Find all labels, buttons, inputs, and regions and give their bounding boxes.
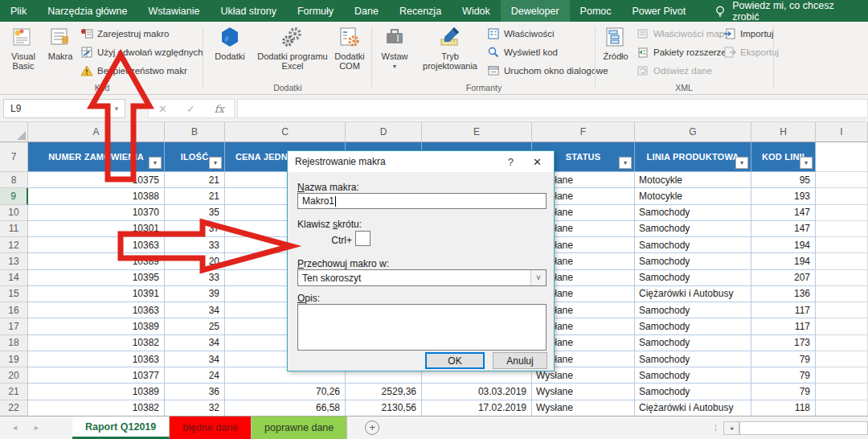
cell-kod[interactable]: 147 — [751, 221, 816, 237]
cell-numer[interactable]: 10375 — [28, 172, 165, 188]
sheet-nav-left-icon[interactable]: ◄ — [11, 424, 18, 432]
cell-kod[interactable]: 117 — [751, 302, 816, 318]
cell-cena[interactable]: 66,58 — [225, 400, 346, 416]
cell-empty[interactable] — [816, 400, 868, 416]
wlasciwosci-button[interactable]: Właściwości — [487, 27, 608, 40]
column-header[interactable]: F — [532, 122, 635, 142]
dodatki-excel-button[interactable]: Dodatki programu Excel — [256, 25, 330, 71]
cell-linia[interactable]: Samochody — [635, 318, 751, 334]
ribbon-tab[interactable]: Widok — [452, 0, 501, 22]
cell-ilosc[interactable]: 37 — [165, 221, 225, 237]
cell-numer[interactable]: 10389 — [28, 384, 165, 400]
cell-empty[interactable] — [816, 188, 868, 204]
cell-empty[interactable] — [816, 221, 868, 237]
cell-kod[interactable]: 147 — [751, 205, 816, 221]
zrodlo-button[interactable]: Źródło — [598, 25, 633, 61]
cell-numer[interactable]: 10382 — [28, 400, 165, 416]
select-all-corner[interactable] — [0, 122, 28, 142]
sheet-tab[interactable]: poprawne dane — [252, 416, 347, 439]
header-ilosc[interactable]: ILOŚĆ ▾ — [165, 142, 225, 172]
cell-linia[interactable]: Ciężarówki i Autobusy — [635, 400, 751, 416]
cell-linia[interactable]: Samochody — [635, 221, 751, 237]
column-header[interactable]: E — [422, 122, 532, 142]
header-kod-linii[interactable]: KOD LINII ▾ — [751, 142, 816, 172]
cell-empty[interactable] — [816, 318, 868, 334]
cell-numer[interactable]: 10363 — [28, 237, 165, 253]
cell-numer[interactable]: 10370 — [28, 205, 165, 221]
column-header[interactable]: B — [165, 122, 225, 142]
cell-linia[interactable]: Samochody — [635, 384, 751, 400]
cell-numer[interactable]: 10363 — [28, 351, 165, 367]
macro-name-input[interactable]: Makro1 — [297, 193, 547, 209]
cell-kod[interactable]: 136 — [751, 286, 816, 302]
cell-ilosc[interactable]: 21 — [165, 188, 225, 204]
makra-button[interactable]: Makra — [43, 25, 77, 61]
dialog-help-button[interactable]: ? — [497, 156, 525, 168]
row-header[interactable]: 20 — [0, 367, 28, 384]
cell-numer[interactable]: 10388 — [28, 188, 165, 204]
ribbon-tab[interactable]: Pomoc — [570, 0, 622, 22]
cell-empty[interactable] — [816, 172, 868, 188]
insert-function-icon[interactable]: fx — [215, 103, 224, 115]
uruchom-okno-dialogowe-button[interactable]: Uruchom okno dialogowe — [487, 64, 608, 77]
row-header[interactable]: 12 — [0, 237, 28, 253]
row-header[interactable]: 8 — [0, 172, 28, 188]
cancel-button[interactable]: Anuluj — [493, 352, 547, 369]
new-sheet-button[interactable]: + — [365, 421, 379, 435]
dialog-close-button[interactable]: ✕ — [525, 156, 547, 168]
filter-button[interactable]: ▾ — [209, 157, 222, 169]
cell-empty[interactable] — [816, 286, 868, 302]
column-header[interactable]: I — [816, 122, 868, 142]
name-box-dropdown-icon[interactable]: ▼ — [113, 105, 120, 113]
dialog-title-bar[interactable]: Rejestrowanie makra ? ✕ — [288, 151, 554, 172]
cell-empty[interactable] — [816, 237, 868, 253]
cell-ilosc[interactable]: 32 — [165, 400, 225, 416]
cell-linia[interactable]: Samochody — [635, 367, 751, 384]
filter-button[interactable]: ▾ — [800, 157, 813, 169]
cell-numer[interactable]: 10363 — [28, 302, 165, 318]
cell-ilosc[interactable]: 33 — [165, 237, 225, 253]
scroll-left-button[interactable]: ◄ — [723, 421, 739, 435]
header-i-empty[interactable] — [816, 142, 868, 172]
row-header[interactable]: 21 — [0, 384, 28, 400]
row-header[interactable]: 17 — [0, 318, 28, 334]
ribbon-tab[interactable]: Układ strony — [210, 0, 286, 22]
cell-kod[interactable]: 79 — [751, 351, 816, 367]
sheet-tab[interactable]: Raport Q12019 — [72, 416, 170, 439]
row-header[interactable]: 19 — [0, 351, 28, 367]
ribbon-tab[interactable]: Narzędzia główne — [37, 0, 137, 22]
ribbon-tab[interactable]: Dane — [344, 0, 389, 22]
zarejestruj-makro-button[interactable]: Zarejestruj makro — [80, 27, 203, 40]
cell-kod[interactable]: 194 — [751, 253, 816, 269]
cell-kod[interactable]: 207 — [751, 270, 816, 286]
cell-empty[interactable] — [816, 205, 868, 221]
dodatki-button[interactable]: Dodatki — [207, 25, 252, 61]
ribbon-tab[interactable]: Formuły — [287, 0, 344, 22]
ok-button[interactable]: OK — [425, 352, 485, 369]
cell-kod[interactable]: 193 — [751, 188, 816, 204]
cell-empty[interactable] — [816, 270, 868, 286]
select-dropdown-icon[interactable]: ˅ — [530, 270, 546, 285]
store-macro-select[interactable]: Ten skoroszyt ˅ — [297, 269, 547, 286]
cell-empty[interactable] — [816, 253, 868, 269]
cell-linia[interactable]: Samochody — [635, 270, 751, 286]
cell-empty[interactable] — [816, 335, 868, 351]
cell-linia[interactable]: Samochody — [635, 205, 751, 221]
name-box[interactable]: L9 ▼ — [3, 99, 125, 118]
cell-empty[interactable] — [816, 351, 868, 367]
shortcut-key-input[interactable] — [355, 231, 371, 246]
cell-linia[interactable]: Samochody — [635, 302, 751, 318]
row-header[interactable]: 15 — [0, 286, 28, 302]
column-header[interactable]: C — [225, 122, 346, 142]
tell-me[interactable]: Powiedz mi, co chcesz zrobić — [706, 0, 868, 22]
cell-numer[interactable]: 10389 — [28, 253, 165, 269]
cell-kod[interactable]: 79 — [751, 367, 816, 384]
ribbon-tab[interactable]: Plik — [0, 0, 37, 22]
wstaw-button[interactable]: Wstaw ▼ — [375, 25, 415, 72]
cell-status[interactable]: Wysłane — [532, 400, 635, 416]
cell-ilosc[interactable]: 34 — [165, 335, 225, 351]
pakiety-rozszerzen-button[interactable]: Pakiety rozszerzeń — [637, 46, 731, 59]
cell-cena[interactable]: 70,26 — [225, 384, 346, 400]
row-header[interactable]: 11 — [0, 221, 28, 237]
sheet-nav-right-icon[interactable]: ► — [33, 424, 40, 432]
